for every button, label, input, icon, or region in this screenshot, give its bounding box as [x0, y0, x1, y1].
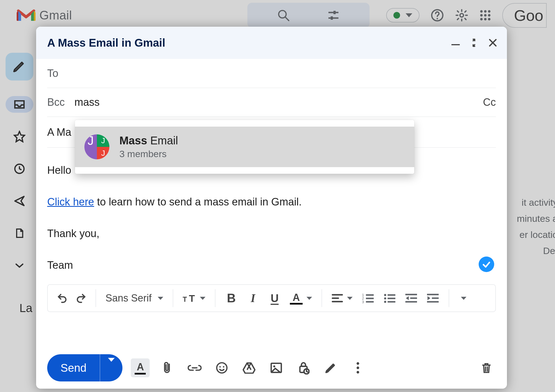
- svg-rect-36: [388, 298, 395, 299]
- status-pill[interactable]: [386, 8, 420, 22]
- autocomplete-match: Mass: [119, 134, 147, 147]
- compose-header: A Mass Email in Gmail: [36, 27, 507, 59]
- svg-point-15: [480, 18, 483, 20]
- autocomplete-rest: Email: [147, 134, 178, 147]
- svg-rect-28: [366, 298, 374, 299]
- compose-title: A Mass Email in Gmail: [47, 37, 165, 49]
- italic-button[interactable]: I: [243, 289, 263, 307]
- svg-rect-5: [331, 16, 333, 20]
- discard-draft-icon[interactable]: [477, 358, 496, 377]
- compose-action-bar: Send A: [36, 347, 507, 389]
- insert-signature-icon[interactable]: [321, 358, 340, 377]
- activity-fragment-3: er locatio: [517, 227, 555, 243]
- bulleted-list-button[interactable]: [379, 289, 400, 307]
- autocomplete-item[interactable]: J J J Mass Email 3 members: [75, 127, 414, 167]
- svg-point-33: [384, 294, 386, 296]
- insert-emoji-icon[interactable]: [212, 358, 231, 377]
- chevron-down-icon: [347, 297, 353, 300]
- chevron-down-icon: [158, 297, 163, 300]
- svg-point-35: [384, 297, 386, 300]
- search-options-icon[interactable]: [327, 9, 340, 22]
- font-family-select[interactable]: Sans Serif: [102, 289, 167, 307]
- body-team: Team: [47, 259, 73, 271]
- help-icon[interactable]: [431, 9, 444, 22]
- align-button[interactable]: [328, 289, 356, 307]
- svg-point-9: [480, 10, 483, 12]
- restore-size-button[interactable]: [469, 38, 479, 47]
- send-options-toggle[interactable]: [100, 362, 122, 374]
- attach-file-icon[interactable]: [158, 358, 177, 377]
- font-size-select[interactable]: TT: [179, 289, 209, 307]
- sidebar-inbox[interactable]: [6, 96, 33, 113]
- svg-point-50: [223, 366, 224, 368]
- insert-drive-icon[interactable]: [240, 358, 258, 377]
- redo-button[interactable]: [72, 289, 90, 307]
- chevron-down-icon: [461, 297, 466, 300]
- svg-rect-41: [405, 301, 417, 303]
- more-options-icon[interactable]: [348, 358, 367, 377]
- svg-point-48: [217, 363, 227, 373]
- search-bar[interactable]: [247, 3, 370, 28]
- indent-more-button[interactable]: [423, 289, 443, 307]
- svg-text:T: T: [189, 293, 195, 304]
- chevron-down-icon: [406, 13, 412, 17]
- close-button[interactable]: [488, 38, 498, 47]
- subject-fragment: A Ma: [47, 126, 71, 138]
- svg-text:3: 3: [362, 300, 364, 303]
- google-account-partial[interactable]: Goo: [502, 3, 547, 28]
- svg-point-12: [480, 14, 483, 16]
- svg-rect-44: [432, 297, 439, 299]
- confidential-mode-icon[interactable]: [294, 358, 313, 377]
- gmail-m-icon: [17, 8, 36, 22]
- status-active-dot: [393, 12, 400, 19]
- bold-button[interactable]: B: [221, 289, 242, 307]
- svg-rect-29: [366, 301, 374, 303]
- chevron-down-icon: [307, 297, 312, 300]
- send-button[interactable]: Send: [47, 354, 122, 381]
- apps-grid-icon[interactable]: [479, 9, 491, 21]
- insert-link-icon[interactable]: [185, 358, 204, 377]
- cc-toggle[interactable]: Cc: [483, 96, 496, 108]
- numbered-list-button[interactable]: 123: [358, 289, 378, 307]
- insert-photo-icon[interactable]: [267, 358, 286, 377]
- minimize-button[interactable]: [451, 40, 460, 45]
- svg-rect-3: [333, 11, 336, 14]
- sidebar-drafts[interactable]: [6, 225, 33, 242]
- formatting-toolbar: Sans Serif TT B I U A: [47, 284, 496, 312]
- bcc-input[interactable]: [74, 96, 483, 109]
- compose-button[interactable]: [6, 53, 33, 81]
- text-color-button[interactable]: A: [286, 289, 316, 307]
- font-family-label: Sans Serif: [106, 292, 152, 304]
- bcc-label: Bcc: [47, 96, 70, 108]
- more-formatting-button[interactable]: [455, 289, 473, 307]
- compose-dialog: A Mass Email in Gmail To Bcc Cc A Ma Hel…: [36, 27, 507, 389]
- svg-point-60: [357, 366, 359, 369]
- indent-less-button[interactable]: [401, 289, 421, 307]
- svg-marker-42: [406, 296, 409, 300]
- svg-rect-39: [405, 294, 417, 295]
- svg-point-11: [488, 10, 491, 12]
- spellcheck-badge[interactable]: [479, 257, 494, 272]
- sidebar-more[interactable]: [6, 257, 33, 274]
- formatting-toggle-icon[interactable]: A: [131, 358, 150, 377]
- body-thank-you: Thank you,: [47, 228, 99, 239]
- underline-button[interactable]: U: [264, 289, 285, 307]
- svg-rect-27: [366, 294, 374, 296]
- to-row[interactable]: To: [47, 59, 496, 88]
- sidebar-sent[interactable]: [6, 193, 33, 209]
- svg-point-14: [488, 14, 491, 16]
- settings-gear-icon[interactable]: [455, 9, 468, 22]
- undo-button[interactable]: [53, 289, 71, 307]
- body-after-link: to learn how to send a mass email in Gma…: [94, 196, 302, 208]
- sidebar-starred[interactable]: [6, 128, 33, 145]
- sidebar-snoozed[interactable]: [6, 160, 33, 177]
- labels-heading-partial: La: [19, 301, 32, 315]
- svg-point-7: [437, 18, 438, 19]
- svg-rect-40: [410, 297, 417, 299]
- gmail-logo[interactable]: Gmail: [17, 8, 72, 22]
- svg-point-37: [384, 301, 386, 303]
- body-link[interactable]: Click here: [47, 196, 94, 208]
- svg-point-10: [484, 10, 487, 12]
- svg-marker-18: [14, 132, 25, 142]
- svg-rect-45: [427, 301, 439, 303]
